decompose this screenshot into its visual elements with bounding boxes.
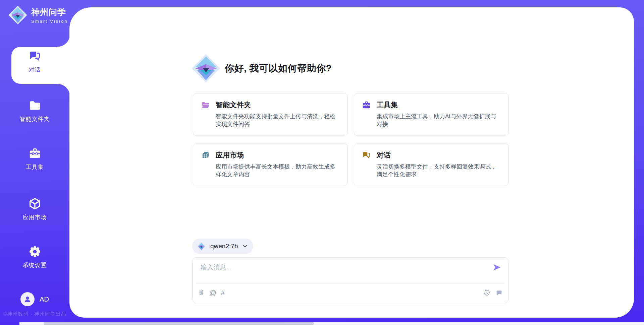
sidebar-item-app-market[interactable]: 应用市场: [0, 197, 69, 221]
mention-icon: @: [209, 288, 216, 297]
sidebar-item-smart-folder[interactable]: 智能文件夹: [0, 99, 69, 123]
sidebar-item-label: 应用市场: [23, 213, 47, 221]
greeting-gem-icon: [191, 54, 221, 83]
card-description: 应用市场提供丰富长文本模板，助力高效生成多样化文章内容: [216, 163, 339, 178]
card-title: 对话: [377, 150, 391, 160]
paperclip-icon: [198, 289, 205, 297]
card-description: 灵活切换多模型文件，支持多样回复效果调试，满足个性化需求: [377, 163, 500, 178]
brand-logo-gem-icon: [8, 5, 28, 25]
active-tab-fillet-bottom: [57, 84, 70, 96]
model-gem-icon: [197, 242, 206, 251]
sidebar-item-label: 系统设置: [23, 261, 47, 269]
comment-button[interactable]: [495, 288, 503, 297]
footer-copyright: ©神州数码 · 神州问学出品: [0, 311, 69, 317]
brand-subtitle: Smart Vision: [31, 19, 68, 24]
send-button[interactable]: [492, 263, 501, 272]
topic-icon: #: [221, 288, 225, 297]
cube-grid-icon: [201, 151, 210, 160]
card-app-market[interactable]: 应用市场 应用市场提供丰富长文本模板，助力高效生成多样化文章内容: [193, 143, 348, 186]
sidebar-item-settings[interactable]: 系统设置: [0, 245, 69, 269]
send-icon: [492, 263, 501, 271]
folder-icon: [29, 99, 41, 112]
toolbox-icon: [362, 101, 371, 110]
cube-icon: [29, 197, 41, 210]
topic-button[interactable]: #: [221, 288, 225, 297]
model-selector[interactable]: qwen2:7b: [192, 239, 253, 254]
avatar: [20, 292, 35, 306]
gear-icon: [29, 245, 41, 258]
mention-button[interactable]: @: [209, 288, 216, 297]
user-initials: AD: [40, 296, 49, 303]
history-icon: [483, 289, 490, 297]
chat-bubbles-icon: [29, 50, 41, 63]
toolbox-icon: [29, 147, 41, 160]
card-smart-folder[interactable]: 智能文件夹 智能文件夹功能支持批量文件上传与清洗，轻松实现文件问答: [193, 93, 348, 136]
model-name: qwen2:7b: [210, 243, 238, 250]
chat-bubbles-icon: [362, 151, 371, 160]
folder-open-icon: [201, 101, 210, 110]
greeting: 你好, 我可以如何帮助你?: [191, 54, 332, 83]
card-chat[interactable]: 对话 灵活切换多模型文件，支持多样回复效果调试，满足个性化需求: [354, 143, 509, 186]
person-icon: [23, 295, 32, 304]
user-row[interactable]: AD: [0, 292, 69, 306]
horizontal-scrollbar-thumb[interactable]: [44, 322, 314, 325]
history-button[interactable]: [483, 288, 490, 297]
composer-divider: [196, 283, 505, 284]
card-description: 集成市场上主流工具，助力AI与外界无缝扩展与对接: [377, 113, 500, 128]
card-title: 应用市场: [216, 150, 244, 160]
sidebar-item-toolset[interactable]: 工具集: [0, 147, 69, 171]
card-title: 工具集: [377, 100, 398, 110]
brand-name: 神州问学: [31, 7, 68, 18]
greeting-title: 你好, 我可以如何帮助你?: [225, 62, 332, 75]
chevron-down-icon: [243, 245, 247, 248]
comment-icon: [495, 289, 503, 297]
sidebar-item-label: 工具集: [26, 163, 44, 171]
sidebar-item-chat[interactable]: 对话: [0, 50, 69, 74]
attach-file-button[interactable]: [198, 288, 205, 297]
card-toolset[interactable]: 工具集 集成市场上主流工具，助力AI与外界无缝扩展与对接: [354, 93, 509, 136]
sidebar-item-label: 智能文件夹: [20, 115, 50, 123]
message-input[interactable]: [201, 263, 479, 280]
card-title: 智能文件夹: [216, 100, 251, 110]
message-composer: @ #: [192, 257, 508, 303]
sidebar-item-label: 对话: [29, 66, 41, 74]
card-description: 智能文件夹功能支持批量文件上传与清洗，轻松实现文件问答: [216, 113, 339, 128]
active-tab-fillet-top: [57, 34, 70, 47]
brand: 神州问学 Smart Vision: [8, 5, 68, 25]
